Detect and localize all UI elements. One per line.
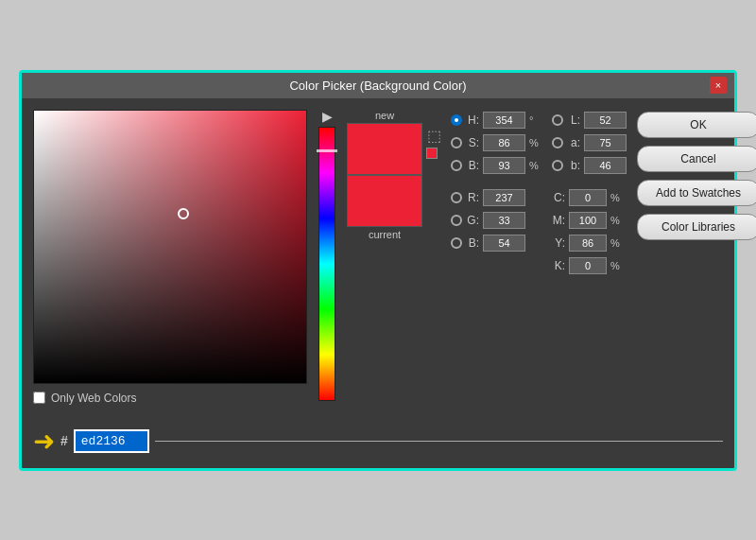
- red-row: R:: [451, 187, 542, 208]
- current-label: current: [369, 229, 401, 240]
- hex-input[interactable]: [74, 429, 149, 453]
- a-row: a:: [552, 132, 627, 153]
- g-label: G:: [466, 214, 479, 227]
- M-input[interactable]: [569, 212, 607, 229]
- title-bar: Color Picker (Background Color) ×: [22, 73, 734, 98]
- red-radio[interactable]: [451, 192, 462, 203]
- color-preview: new current: [347, 110, 422, 240]
- K-row: K: %: [552, 255, 627, 276]
- b2-row: b:: [552, 155, 627, 176]
- hex-arrow-icon: ➜: [33, 426, 55, 457]
- b-label: B:: [466, 159, 479, 172]
- current-color-box[interactable]: [347, 175, 422, 227]
- brightness-radio[interactable]: [451, 160, 462, 171]
- ok-button[interactable]: OK: [637, 112, 756, 138]
- C-unit: %: [610, 192, 620, 203]
- L-label: L:: [567, 113, 580, 127]
- close-button[interactable]: ×: [710, 77, 727, 94]
- color-swatch-icon: [426, 148, 438, 159]
- dialog-title: Color Picker (Background Color): [289, 78, 466, 93]
- L-radio[interactable]: [552, 114, 563, 126]
- new-color-box[interactable]: [347, 123, 422, 175]
- gradient-section: Only Web Colors: [33, 110, 307, 405]
- color-picker-dialog: Color Picker (Background Color) × Only W…: [19, 70, 737, 471]
- hex-underline: [155, 441, 723, 442]
- b-input[interactable]: [483, 157, 525, 174]
- right-panel: OK Cancel Add to Swatches Color Librarie…: [637, 110, 756, 405]
- only-web-colors-row: Only Web Colors: [33, 392, 307, 405]
- blue-row: B:: [451, 233, 542, 253]
- L-input[interactable]: [584, 112, 627, 129]
- cube-icon: ⬚: [427, 127, 441, 145]
- gradient-dark: [34, 111, 306, 383]
- a-radio[interactable]: [552, 137, 563, 148]
- M-label: M:: [552, 214, 565, 227]
- only-web-colors-label: Only Web Colors: [51, 392, 136, 405]
- only-web-colors-checkbox[interactable]: [33, 392, 45, 404]
- bv-input[interactable]: [483, 235, 525, 252]
- a-label: a:: [567, 136, 580, 149]
- hue-slider[interactable]: [318, 127, 335, 401]
- b2-radio[interactable]: [552, 160, 563, 171]
- L-row: L:: [552, 110, 627, 131]
- add-to-swatches-button[interactable]: Add to Swatches: [637, 180, 756, 206]
- bv-label: B:: [466, 236, 479, 250]
- K-label: K:: [552, 259, 565, 272]
- g-input[interactable]: [483, 212, 525, 229]
- Y-input[interactable]: [569, 235, 607, 252]
- hue-arrow-top: ▶: [322, 110, 333, 123]
- hue-indicator: [317, 149, 337, 152]
- h-input[interactable]: [483, 112, 525, 129]
- color-libraries-button[interactable]: Color Libraries: [637, 214, 756, 240]
- K-unit: %: [610, 260, 620, 271]
- new-label: new: [375, 110, 394, 121]
- hex-section: ➜ #: [22, 426, 734, 468]
- r-label: R:: [466, 191, 479, 204]
- color-values-section: H: ° S: % B: % R:: [451, 110, 542, 405]
- b-unit: %: [529, 160, 542, 171]
- r-input[interactable]: [483, 189, 525, 206]
- b2-input[interactable]: [584, 157, 627, 174]
- C-row: C: %: [552, 187, 627, 208]
- s-unit: %: [529, 137, 542, 148]
- s-label: S:: [466, 136, 479, 149]
- blue-radio[interactable]: [451, 237, 462, 249]
- K-input[interactable]: [569, 257, 607, 274]
- hue-radio[interactable]: [451, 114, 462, 126]
- h-label: H:: [466, 113, 479, 127]
- green-radio[interactable]: [451, 215, 462, 226]
- a-input[interactable]: [584, 134, 627, 151]
- Y-unit: %: [610, 237, 620, 249]
- hue-slider-section: ▶: [317, 110, 337, 405]
- lab-cmyk-section: L: a: b: C: % M: %: [552, 110, 627, 405]
- b2-label: b:: [567, 159, 580, 172]
- saturation-row: S: %: [451, 132, 542, 153]
- cancel-button[interactable]: Cancel: [637, 146, 756, 172]
- C-label: C:: [552, 191, 565, 204]
- h-unit: °: [529, 114, 542, 126]
- M-unit: %: [610, 215, 620, 226]
- color-gradient-picker[interactable]: [33, 110, 307, 384]
- C-input[interactable]: [569, 189, 607, 206]
- saturation-radio[interactable]: [451, 137, 462, 148]
- dialog-body: Only Web Colors ▶ new current ⬚: [22, 98, 734, 416]
- Y-row: Y: %: [552, 233, 627, 253]
- s-input[interactable]: [483, 134, 525, 151]
- brightness-row: B: %: [451, 155, 542, 176]
- color-preview-section: new current ⬚: [347, 110, 441, 405]
- Y-label: Y:: [552, 236, 565, 250]
- hue-row: H: °: [451, 110, 542, 131]
- M-row: M: %: [552, 210, 627, 231]
- hex-hash: #: [60, 433, 68, 448]
- green-row: G:: [451, 210, 542, 231]
